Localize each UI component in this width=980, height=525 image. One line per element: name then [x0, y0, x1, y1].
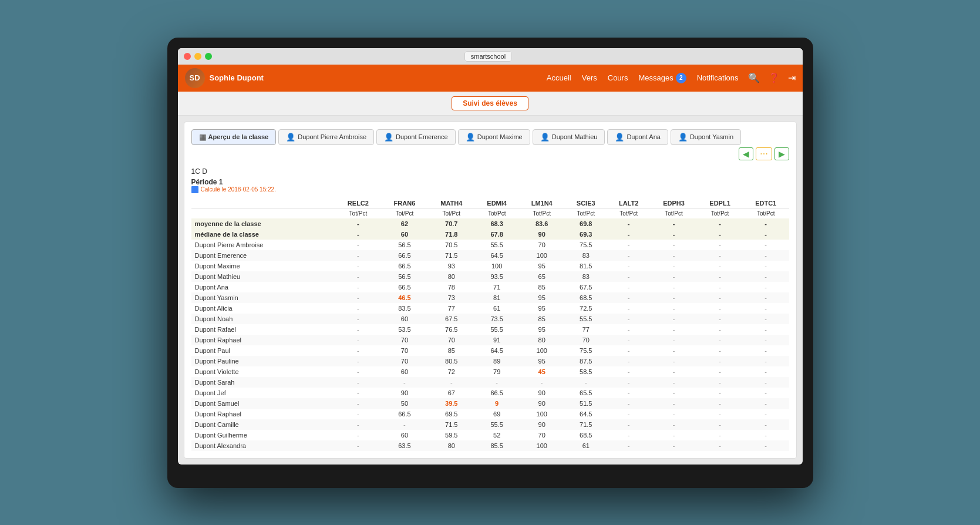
student-val-16-2: 69.5 [428, 409, 475, 419]
student-val-18-7: - [651, 430, 698, 440]
table-row: Dupont Yasmin-46.573819568.5---- [191, 292, 789, 303]
tab-emerence-label: Dupont Emerence [396, 133, 448, 140]
student-val-13-3: - [475, 377, 519, 388]
student-val-7-1: 60 [381, 314, 428, 324]
student-name-5[interactable]: Dupont Yasmin [191, 292, 335, 303]
student-name-2[interactable]: Dupont Maxime [191, 261, 335, 271]
student-name-7[interactable]: Dupont Noah [191, 314, 335, 324]
student-val-8-3: 55.5 [475, 324, 519, 335]
tab-ana[interactable]: 👤 Dupont Ana [607, 129, 668, 145]
nav-notifications[interactable]: Notifications [697, 73, 739, 82]
student-val-9-1: 70 [381, 335, 428, 345]
student-val-12-0: - [335, 366, 382, 377]
student-val-9-3: 91 [475, 335, 519, 345]
student-name-13[interactable]: Dupont Sarah [191, 377, 335, 388]
tab-yasmin[interactable]: 👤 Dupont Yasmin [671, 129, 741, 145]
student-val-5-8: - [697, 292, 743, 303]
tab-pierre[interactable]: 👤 Dupont Pierre Ambroise [278, 129, 374, 145]
student-name-16[interactable]: Dupont Raphael [191, 409, 335, 419]
tab-emerence[interactable]: 👤 Dupont Emerence [376, 129, 456, 145]
student-name-3[interactable]: Dupont Mathieu [191, 271, 335, 282]
table-row: Dupont Rafael-53.576.555.59577---- [191, 324, 789, 335]
student-val-17-6: - [607, 419, 651, 430]
tab-maxime[interactable]: 👤 Dupont Maxime [458, 129, 530, 145]
student-name-0[interactable]: Dupont Pierre Ambroise [191, 240, 335, 250]
student-val-10-3: 64.5 [475, 345, 519, 356]
student-val-2-4: 95 [518, 261, 565, 271]
student-val-2-6: - [607, 261, 651, 271]
nav-messages[interactable]: Messages 2 [638, 73, 686, 83]
tab-mathieu[interactable]: 👤 Dupont Mathieu [533, 129, 605, 145]
table-row: Dupont Raphael-66.569.56910064.5---- [191, 409, 789, 419]
student-val-19-0: - [335, 440, 382, 451]
student-name-11[interactable]: Dupont Pauline [191, 356, 335, 366]
student-val-18-1: 60 [381, 430, 428, 440]
summary-val-0-6: - [607, 218, 651, 229]
student-val-8-2: 76.5 [428, 324, 475, 335]
person-icon-4: 👤 [540, 133, 550, 142]
student-val-12-7: - [651, 366, 698, 377]
student-name-4[interactable]: Dupont Ana [191, 282, 335, 292]
tab-next-button[interactable]: ▶ [774, 147, 789, 160]
logout-icon[interactable]: ⇥ [788, 72, 796, 83]
student-val-10-4: 100 [518, 345, 565, 356]
student-val-16-4: 100 [518, 409, 565, 419]
student-name-14[interactable]: Dupont Jef [191, 388, 335, 398]
summary-name-0: moyenne de la classe [191, 218, 335, 229]
student-val-12-6: - [607, 366, 651, 377]
student-val-8-5: 77 [565, 324, 607, 335]
student-val-5-3: 81 [475, 292, 519, 303]
search-icon[interactable]: 🔍 [748, 72, 760, 83]
tab-nav-buttons: ◀ ⋯ ▶ [739, 147, 789, 160]
student-name-8[interactable]: Dupont Rafael [191, 324, 335, 335]
nav-accueil[interactable]: Accueil [547, 73, 571, 82]
student-val-0-0: - [335, 240, 382, 250]
student-val-13-0: - [335, 377, 382, 388]
student-name-15[interactable]: Dupont Samuel [191, 398, 335, 409]
url-bar[interactable]: smartschool [464, 51, 512, 62]
student-val-4-6: - [607, 282, 651, 292]
summary-val-0-3: 68.3 [475, 218, 519, 229]
nav-vers[interactable]: Vers [582, 73, 597, 82]
messages-badge-count: 2 [676, 73, 686, 83]
student-name-17[interactable]: Dupont Camille [191, 419, 335, 430]
summary-val-1-0: - [335, 229, 382, 240]
help-icon[interactable]: ❓ [768, 72, 780, 83]
student-name-19[interactable]: Dupont Alexandra [191, 440, 335, 451]
student-val-1-4: 100 [518, 250, 565, 261]
student-val-5-0: - [335, 292, 382, 303]
tab-bar: ▦ Aperçu de la classe 👤 Dupont Pierre Am… [191, 129, 789, 160]
student-name-9[interactable]: Dupont Raphael [191, 335, 335, 345]
summary-val-1-9: - [743, 229, 789, 240]
student-name-1[interactable]: Dupont Emerence [191, 250, 335, 261]
tab-apercu[interactable]: ▦ Aperçu de la classe [191, 129, 277, 145]
student-val-9-8: - [697, 335, 743, 345]
student-name-18[interactable]: Dupont Guilherme [191, 430, 335, 440]
student-val-7-4: 85 [518, 314, 565, 324]
tab-prev-button[interactable]: ◀ [739, 147, 753, 160]
student-val-5-9: - [743, 292, 789, 303]
student-val-17-4: 90 [518, 419, 565, 430]
student-val-14-9: - [743, 388, 789, 398]
table-row: Dupont Violette-6072794558.5---- [191, 366, 789, 377]
student-name-10[interactable]: Dupont Paul [191, 345, 335, 356]
table-row: Dupont Samuel-5039.599051.5---- [191, 398, 789, 409]
page-title-button[interactable]: Suivi des élèves [452, 96, 528, 110]
student-val-19-2: 80 [428, 440, 475, 451]
student-val-10-5: 75.5 [565, 345, 607, 356]
student-val-13-2: - [428, 377, 475, 388]
student-val-2-8: - [697, 261, 743, 271]
student-val-3-0: - [335, 271, 382, 282]
student-name-12[interactable]: Dupont Violette [191, 366, 335, 377]
tab-dots-button[interactable]: ⋯ [756, 147, 772, 160]
summary-val-1-4: 90 [518, 229, 565, 240]
subj-edph3: EDPH3 [651, 198, 698, 208]
student-val-14-1: 90 [381, 388, 428, 398]
student-val-17-3: 55.5 [475, 419, 519, 430]
student-val-7-3: 73.5 [475, 314, 519, 324]
nav-cours[interactable]: Cours [608, 73, 628, 82]
student-val-3-8: - [697, 271, 743, 282]
student-val-11-0: - [335, 356, 382, 366]
summary-val-0-8: - [697, 218, 743, 229]
student-name-6[interactable]: Dupont Alicia [191, 303, 335, 314]
